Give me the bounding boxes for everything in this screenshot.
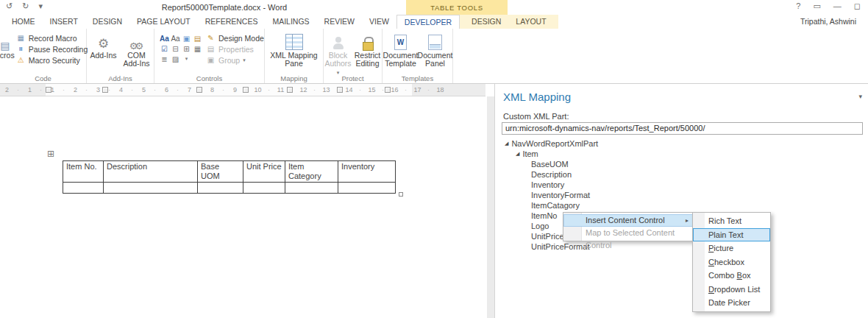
macros-button[interactable]: ▤ acros xyxy=(0,29,15,60)
tree-expanded-icon[interactable]: ◢ xyxy=(505,138,508,149)
tree-node-field[interactable]: InventoryFormat xyxy=(495,190,868,200)
table-header-cell[interactable]: Base UOM xyxy=(198,161,243,183)
ribbon-tab[interactable]: DESIGN xyxy=(85,15,129,29)
tree-node-root[interactable]: ◢ NavWordReportXmlPart xyxy=(495,138,868,149)
table-cell[interactable] xyxy=(104,183,198,194)
record-macro-button[interactable]: ▦ Record Macro xyxy=(15,32,90,43)
menu-item-map-to-selected[interactable]: Map to Selected Content Control xyxy=(563,227,693,239)
dropdown-list-control-icon[interactable]: ⊞ xyxy=(183,45,189,53)
page-margin-gap xyxy=(487,96,494,318)
table-column-marker[interactable] xyxy=(337,87,343,93)
pause-recording-button[interactable]: II Pause Recording xyxy=(15,43,90,54)
horizontal-ruler[interactable]: 21123456789101112131415161718 xyxy=(0,84,485,96)
undo-icon[interactable]: ↺ xyxy=(6,1,13,11)
submenu-item[interactable]: Date Picker xyxy=(693,296,770,310)
document-template-button[interactable]: Document Template xyxy=(384,29,418,68)
table-cell[interactable] xyxy=(338,183,396,194)
macros-icon: ▤ xyxy=(0,32,10,50)
date-picker-control-icon[interactable]: ▦ xyxy=(194,45,201,53)
submenu-item[interactable]: Rich Text xyxy=(693,214,770,228)
table-cell[interactable] xyxy=(63,183,104,194)
tree-node-field[interactable]: BaseUOM xyxy=(495,159,868,169)
restore-icon[interactable]: ◻ xyxy=(854,1,861,11)
combo-box-control-icon[interactable]: ⊟ xyxy=(172,45,178,53)
customize-qat-icon[interactable]: ▾ xyxy=(38,1,43,11)
picture-control-icon[interactable]: ▣ xyxy=(183,35,190,43)
ribbon-tab[interactable]: INSERT xyxy=(43,15,85,29)
legacy-tools-icon[interactable]: ▨ xyxy=(172,55,179,63)
repeating-section-control-icon[interactable]: ≣ xyxy=(161,55,167,63)
pane-options-icon[interactable]: ▾ xyxy=(858,93,862,100)
ribbon-group-controls: Aa Aa ▣ ▤ ☑ ⊟ ⊞ ▦ ≣ ▨ ▾ ✎ Design Mode xyxy=(154,29,265,83)
group-button[interactable]: ▣ Group ▾ xyxy=(204,54,266,66)
table-header-cell[interactable]: Item Category xyxy=(285,161,338,183)
menu-item-insert-content-control[interactable]: Insert Content Control ▸ xyxy=(563,214,693,227)
rich-text-control-icon[interactable]: Aa xyxy=(160,35,169,43)
table-resize-handle[interactable] xyxy=(399,192,403,197)
properties-button[interactable]: ▤ Properties xyxy=(204,43,266,54)
table-column-marker[interactable] xyxy=(46,87,51,93)
block-authors-button[interactable]: Block Authors ▾ xyxy=(324,29,352,77)
table-header-cell[interactable]: Description xyxy=(104,161,198,183)
com-add-ins-button[interactable]: ⚙⚙ COM Add-Ins xyxy=(121,29,152,68)
ribbon-tab[interactable]: DEVELOPER xyxy=(396,15,460,29)
redo-icon[interactable]: ↻ xyxy=(22,1,29,11)
table-column-marker[interactable] xyxy=(102,87,108,93)
submenu-item[interactable]: Plain Text xyxy=(693,228,770,242)
table-header-cell[interactable]: Unit Price xyxy=(243,161,285,183)
ribbon-group-protect: Block Authors ▾ Restrict Editing Protect xyxy=(324,29,383,83)
document-page[interactable]: ⊞ Item No. Description Base UOM Unit Pri… xyxy=(0,96,487,318)
contextual-tab[interactable]: LAYOUT xyxy=(508,15,553,29)
contextual-tab[interactable]: DESIGN xyxy=(464,15,508,29)
macro-security-button[interactable]: ⚠ Macro Security xyxy=(15,54,90,66)
table-cell[interactable] xyxy=(285,183,338,194)
ribbon-display-options-icon[interactable]: ▭ xyxy=(813,1,820,11)
submenu-item[interactable]: Picture xyxy=(693,241,770,255)
help-icon[interactable]: ? xyxy=(796,1,800,11)
custom-xml-part-dropdown[interactable]: urn:microsoft-dynamics-nav/reports/Test_… xyxy=(502,122,863,135)
ruler-number: 4 xyxy=(110,84,132,96)
tree-node-field[interactable]: UnitPriceFormat xyxy=(495,241,868,252)
table-header-cell[interactable]: Item No. xyxy=(63,161,104,183)
tree-node-field[interactable]: Inventory xyxy=(495,180,868,190)
checkbox-control-icon[interactable]: ☑ xyxy=(161,45,168,53)
table-column-marker[interactable] xyxy=(385,87,391,93)
user-name: Tripathi, Ashwini xyxy=(800,15,868,29)
content-controls-grid: Aa Aa ▣ ▤ ☑ ⊟ ⊞ ▦ ≣ ▨ ▾ xyxy=(159,33,203,64)
submenu-item[interactable]: Combo Box xyxy=(693,269,770,283)
table-column-marker[interactable] xyxy=(287,87,293,93)
document-panel-button[interactable]: Document Panel xyxy=(419,29,452,68)
table-column-marker[interactable] xyxy=(243,87,249,93)
ribbon-tab[interactable]: HOME xyxy=(4,15,43,29)
quick-access-toolbar: ↺ ↻ ▾ xyxy=(6,1,43,11)
building-block-gallery-icon[interactable]: ▤ xyxy=(194,35,201,43)
macros-label: acros xyxy=(0,52,15,60)
plain-text-control-icon[interactable]: Aa xyxy=(171,35,179,43)
design-mode-button[interactable]: ✎ Design Mode xyxy=(204,32,266,43)
ribbon-tab[interactable]: PAGE LAYOUT xyxy=(129,15,198,29)
tree-node-field[interactable]: Description xyxy=(495,169,868,180)
ribbon-tab[interactable]: MAILINGS xyxy=(265,15,316,29)
restrict-editing-button[interactable]: Restrict Editing xyxy=(354,29,382,68)
table-cell[interactable] xyxy=(198,183,243,194)
submenu-item[interactable]: Dropdown List xyxy=(693,283,770,297)
table-column-marker[interactable] xyxy=(196,87,202,93)
table-cell[interactable] xyxy=(243,183,285,194)
properties-icon: ▤ xyxy=(206,45,216,53)
xml-mapping-pane-button[interactable]: XML Mapping Pane xyxy=(266,29,322,68)
tree-node-field[interactable]: ItemCatagory xyxy=(495,200,868,211)
submenu-item[interactable]: Checkbox xyxy=(693,255,770,269)
tree-node-item[interactable]: ◢ Item xyxy=(495,149,868,159)
xml-mapping-pane-icon xyxy=(285,34,303,50)
minimize-icon[interactable]: — xyxy=(833,1,842,11)
table-header-cell[interactable]: Inventory xyxy=(338,161,396,183)
table-move-handle-icon[interactable]: ⊞ xyxy=(47,149,54,159)
window-title: Report50000Template.docx - Word xyxy=(103,3,346,12)
ribbon-tab[interactable]: REFERENCES xyxy=(198,15,266,29)
legacy-tools-caret-icon[interactable]: ▾ xyxy=(185,56,188,62)
ribbon-tab[interactable]: VIEW xyxy=(362,15,396,29)
ribbon-tab[interactable]: REVIEW xyxy=(317,15,362,29)
tree-expanded-icon[interactable]: ◢ xyxy=(516,149,519,159)
add-ins-button[interactable]: ⚙ Add-Ins xyxy=(89,29,118,60)
contextual-tabs: DESIGNLAYOUT xyxy=(460,15,558,29)
